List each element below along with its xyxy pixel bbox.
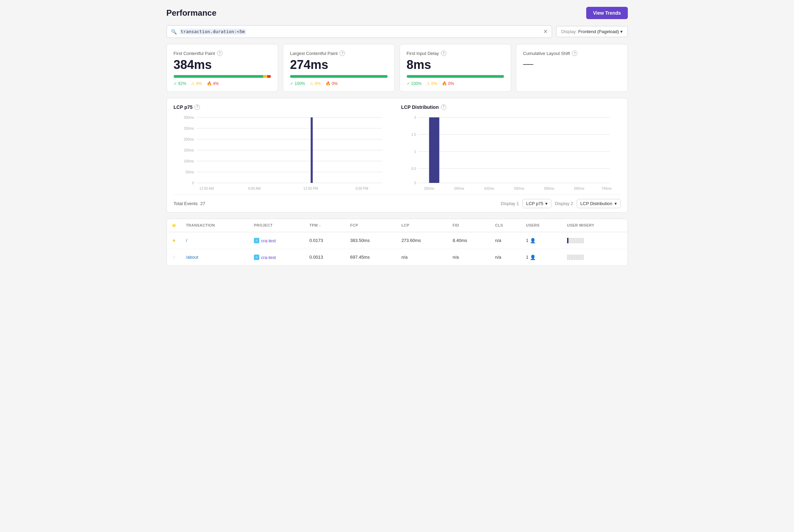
lcp-distribution-title: LCP Distribution ?: [401, 104, 621, 110]
metric-value-fid: 8ms: [407, 58, 504, 72]
users-count-1: 1: [526, 255, 529, 260]
lcp-p75-title: LCP p75 ?: [174, 104, 393, 110]
col-cls[interactable]: CLS: [490, 219, 521, 232]
bar-green-lcp: [290, 75, 388, 78]
col-users[interactable]: USERS: [521, 219, 562, 232]
table-row: ★ / ⚛ cra-test 0.0173 383.50ms 273.60ms …: [167, 232, 627, 249]
display1-dropdown[interactable]: LCP p75 ▾: [522, 199, 551, 208]
stat-good-fcp: ✓ 92%: [174, 81, 186, 86]
misery-cell-1: [562, 249, 627, 265]
col-fcp[interactable]: FCP: [345, 219, 396, 232]
user-icon-0: 👤: [530, 238, 536, 243]
svg-text:12:00 PM: 12:00 PM: [303, 187, 318, 190]
users-cell-0: 1 👤: [521, 232, 562, 249]
svg-text:12:00 AM: 12:00 AM: [199, 187, 214, 190]
misery-bar-1: [567, 254, 623, 261]
stat-good-fid: ✓ 100%: [407, 81, 422, 86]
search-query: transaction.duration:<5m: [179, 29, 246, 34]
table-header-row: ⭐ TRANSACTION PROJECT TPM ↓ FCP LCP FID …: [167, 219, 627, 232]
stat-good-lcp: ✓ 100%: [290, 81, 305, 86]
display-filter[interactable]: Display: Frontend (Pageload) ▾: [556, 26, 628, 37]
col-transaction[interactable]: TRANSACTION: [181, 219, 249, 232]
display1-label: Display 1: [501, 201, 519, 206]
stat-bad-lcp: 🔥 0%: [326, 81, 338, 86]
search-clear-button[interactable]: ✕: [543, 28, 548, 35]
user-icon-1: 👤: [530, 255, 536, 260]
metric-bar-fid: [407, 75, 504, 78]
page-title: Performance: [167, 8, 217, 18]
tpm-cell-1: 0.0013: [305, 249, 345, 265]
bar-yellow-fcp: [263, 75, 267, 78]
total-events-value: 27: [200, 201, 205, 206]
lcp-dist-help-icon[interactable]: ?: [441, 104, 446, 110]
charts-row: LCP p75 ? 300ms 250ms 200ms 150ms 100ms …: [174, 104, 621, 195]
display1-value: LCP p75: [526, 201, 543, 206]
svg-text:420ms: 420ms: [484, 187, 494, 190]
svg-text:2: 2: [414, 116, 416, 119]
lcp-help-icon[interactable]: ?: [340, 51, 345, 56]
tpm-cell-0: 0.0173: [305, 232, 345, 249]
stat-warn-lcp: ⚠ 0%: [310, 81, 321, 86]
cls-help-icon[interactable]: ?: [572, 51, 577, 56]
chart-controls: Display 1 LCP p75 ▾ Display 2 LCP Distri…: [501, 199, 621, 208]
lcp-cell-1: n/a: [396, 249, 448, 265]
project-name-0: cra-test: [261, 238, 276, 243]
metric-card-cls: Cumulative Layout Shift ? —: [516, 44, 628, 92]
project-badge-0: ⚛ cra-test: [254, 238, 276, 243]
transaction-cell-0[interactable]: /: [181, 232, 249, 249]
svg-text:0.5: 0.5: [411, 167, 416, 171]
svg-text:0: 0: [414, 181, 416, 185]
metric-bar-fcp: [174, 75, 271, 78]
fcp-help-icon[interactable]: ?: [217, 51, 222, 56]
users-cell-1: 1 👤: [521, 249, 562, 265]
lcp-dist-svg: 2 1.5 1 0.5 0 260ms: [401, 113, 621, 195]
metric-label-fid: First Input Delay: [407, 51, 439, 56]
display2-dropdown[interactable]: LCP Distribution ▾: [577, 199, 621, 208]
col-user-misery[interactable]: USER MISERY: [562, 219, 627, 232]
svg-text:150ms: 150ms: [184, 148, 194, 152]
project-cell-1: ⚛ cra-test: [249, 249, 305, 265]
chart-footer: Total Events 27 Display 1 LCP p75 ▾ Disp…: [174, 195, 621, 212]
svg-text:200ms: 200ms: [184, 138, 194, 141]
total-events: Total Events 27: [174, 201, 207, 206]
project-icon-0: ⚛: [254, 238, 259, 243]
stat-warn-fid: ⚠ 0%: [427, 81, 437, 86]
col-fid[interactable]: FID: [448, 219, 490, 232]
svg-text:50ms: 50ms: [186, 170, 194, 174]
svg-text:660ms: 660ms: [574, 187, 584, 190]
misery-bar-0: [567, 237, 623, 244]
metric-card-lcp: Largest Contentful Paint ? 274ms ✓ 100% …: [283, 44, 395, 92]
transaction-cell-1[interactable]: /about: [181, 249, 249, 265]
lcp-p75-title-text: LCP p75: [174, 104, 193, 110]
display1-chevron: ▾: [545, 201, 548, 206]
svg-text:500ms: 500ms: [514, 187, 524, 190]
transaction-link-0[interactable]: /: [186, 238, 187, 243]
stat-bad-fid: 🔥 0%: [442, 81, 454, 86]
lcp-p75-chart-area: 300ms 250ms 200ms 150ms 100ms 50ms 0: [174, 113, 393, 195]
metric-value-cls: —: [523, 58, 621, 69]
star-cell-0[interactable]: ★: [167, 232, 181, 249]
bar-green-fid: [407, 75, 504, 78]
view-trends-button[interactable]: View Trends: [586, 7, 627, 19]
lcp-p75-svg: 300ms 250ms 200ms 150ms 100ms 50ms 0: [174, 113, 393, 195]
display-filter-value-text: Frontend (Pageload): [578, 29, 619, 34]
search-icon: 🔍: [171, 29, 177, 34]
metric-label-lcp: Largest Contentful Paint: [290, 51, 337, 56]
project-icon-1: ⚛: [254, 255, 259, 260]
metric-stats-fcp: ✓ 92% ⚠ 4% 🔥 4%: [174, 81, 271, 86]
search-box[interactable]: 🔍 transaction.duration:<5m ✕: [167, 25, 552, 38]
stat-warn-fcp: ⚠ 4%: [191, 81, 202, 86]
fid-help-icon[interactable]: ?: [441, 51, 446, 56]
lcp-distribution-chart: LCP Distribution ? 2 1.5 1 0.5 0: [401, 104, 621, 195]
metric-stats-lcp: ✓ 100% ⚠ 0% 🔥 0%: [290, 81, 388, 86]
col-star[interactable]: ⭐: [167, 219, 181, 232]
transactions-table: ⭐ TRANSACTION PROJECT TPM ↓ FCP LCP FID …: [167, 219, 627, 265]
transaction-link-1[interactable]: /about: [186, 255, 198, 260]
col-tpm[interactable]: TPM ↓: [305, 219, 345, 232]
metric-card-fcp: First Contentful Paint ? 384ms ✓ 92% ⚠ 4…: [167, 44, 278, 92]
lcp-p75-help-icon[interactable]: ?: [194, 104, 200, 110]
star-cell-1[interactable]: ☆: [167, 249, 181, 265]
lcp-cell-0: 273.60ms: [396, 232, 448, 249]
lcp-p75-chart: LCP p75 ? 300ms 250ms 200ms 150ms 100ms …: [174, 104, 393, 195]
col-lcp[interactable]: LCP: [396, 219, 448, 232]
